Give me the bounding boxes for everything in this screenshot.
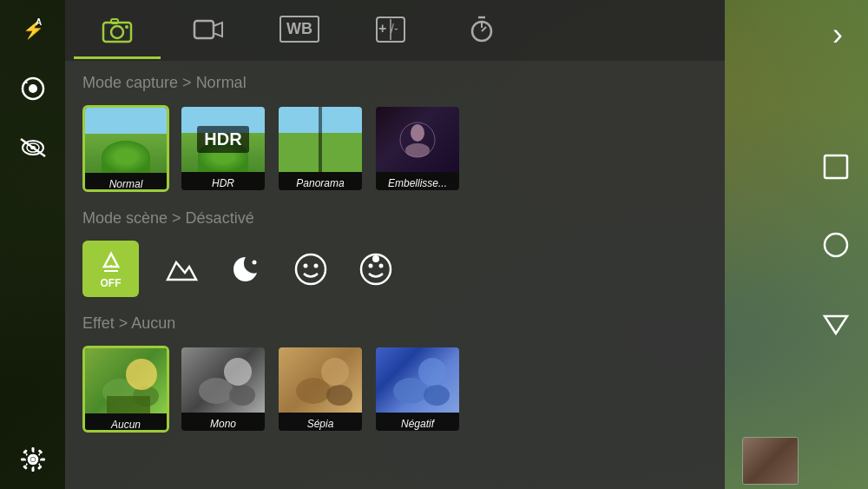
settings-panel: Mode capture > Normal Normal HDR HDR Pan… [65,61,725,489]
svg-point-41 [368,263,372,268]
svg-point-39 [313,263,318,268]
tab-bar: WB + /- [65,0,725,61]
svg-point-55 [424,385,450,406]
effect-negatif-label: Négatif [376,413,459,433]
scene-mode-landscape[interactable] [156,245,204,293]
svg-point-38 [303,263,307,268]
svg-rect-12 [31,467,34,472]
capture-mode-row: Normal HDR HDR Panorama [82,105,707,192]
svg-point-37 [296,254,326,284]
tab-wb[interactable]: WB [256,3,343,59]
scene-mode-portrait2[interactable] [352,245,399,293]
capture-mode-hdr-label: HDR [181,172,265,192]
svg-text:+: + [378,21,386,36]
svg-text:A: A [36,17,42,27]
scene-off-label: OFF [101,277,122,289]
gallery-thumbnail[interactable] [742,437,799,485]
effect-aucun-label: Aucun [85,413,167,433]
svg-point-10 [30,458,35,462]
effect-mono-label: Mono [181,413,265,433]
svg-point-22 [125,25,128,29]
scene-mode-title: Mode scène > Désactivé [82,209,707,228]
capture-mode-normal[interactable]: Normal [82,105,169,192]
svg-rect-21 [111,19,118,23]
svg-text:/-: /- [391,22,398,36]
svg-point-47 [126,359,157,390]
svg-rect-13 [21,459,25,461]
camera-switch-icon[interactable] [12,68,54,109]
svg-point-36 [252,260,256,264]
svg-rect-18 [37,449,43,454]
scene-mode-off[interactable]: OFF [82,241,139,297]
svg-rect-57 [825,155,847,178]
scene-mode-portrait[interactable] [286,245,334,293]
triangle-icon[interactable] [810,297,862,349]
capture-mode-normal-label: Normal [85,173,167,192]
svg-point-49 [229,385,255,406]
effect-title: Effet > Aucun [82,314,707,333]
effect-aucun[interactable]: Aucun [82,346,169,433]
svg-point-43 [372,255,379,262]
capture-mode-title: Mode capture > Normal [82,74,707,92]
svg-point-20 [111,26,123,38]
capture-mode-embellissement[interactable]: Embellisse... [374,105,461,192]
svg-point-58 [825,234,847,256]
svg-rect-17 [23,465,28,470]
capture-mode-panorama[interactable]: Panorama [277,105,364,192]
effect-sepia[interactable]: Sépia [277,346,364,433]
effect-mono[interactable]: Mono [180,346,266,433]
svg-rect-14 [41,459,45,461]
effect-row: Aucun Mono [82,346,707,433]
capture-mode-panorama-label: Panorama [279,172,362,192]
scene-mode-row: OFF [82,241,707,297]
circle-icon[interactable] [810,219,862,271]
svg-rect-16 [36,465,42,470]
right-sidebar: › [803,0,868,489]
tab-video[interactable] [165,3,252,59]
svg-rect-15 [23,449,28,454]
svg-point-33 [411,124,424,142]
svg-point-3 [29,84,37,93]
flash-icon[interactable]: ⚡ A [12,9,54,50]
tab-photo[interactable] [74,3,161,59]
square-icon[interactable] [810,141,862,193]
svg-point-34 [405,143,430,157]
scene-mode-night[interactable] [221,245,269,293]
svg-point-56 [418,358,446,386]
effect-negatif[interactable]: Négatif [374,346,461,433]
mute-icon[interactable] [12,127,54,169]
tab-exposure[interactable]: + /- [347,3,434,59]
effect-sepia-label: Sépia [279,413,362,433]
svg-point-42 [378,263,383,268]
svg-rect-23 [194,21,214,38]
svg-point-52 [326,385,352,406]
settings-icon[interactable] [12,439,54,480]
capture-mode-hdr[interactable]: HDR HDR [180,105,266,192]
left-sidebar: ⚡ A [0,0,65,489]
svg-point-50 [224,358,252,386]
chevron-right-icon[interactable]: › [812,9,864,61]
svg-point-53 [321,358,349,386]
tab-timer[interactable] [438,3,525,59]
capture-mode-embellissement-label: Embellisse... [376,172,459,192]
svg-rect-11 [31,447,34,452]
svg-rect-46 [107,396,150,413]
main-panel: WB + /- Mode capture > Normal [65,0,725,489]
